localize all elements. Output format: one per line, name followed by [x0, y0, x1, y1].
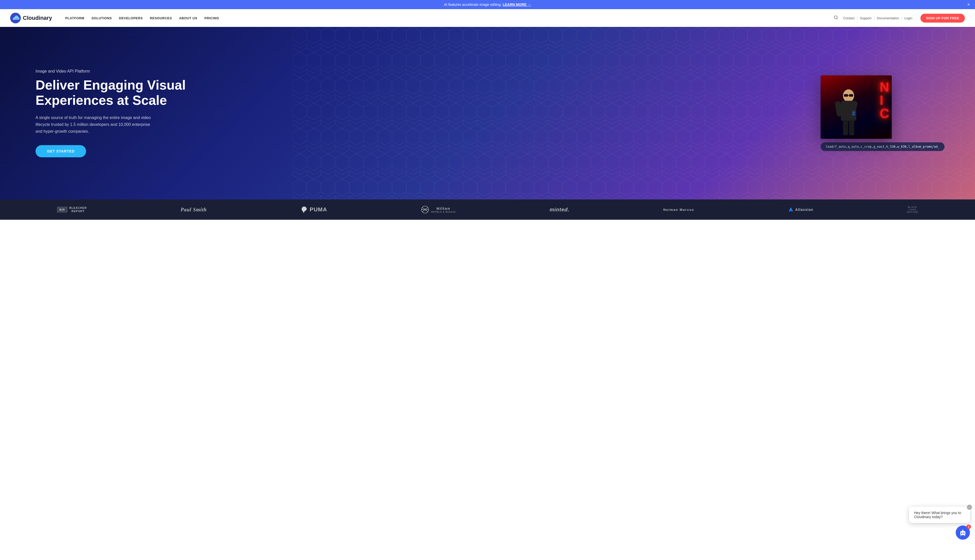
announcement-bar: AI features accelerate image editing. LE… — [0, 0, 975, 9]
announcement-text: AI features accelerate image editing. — [444, 3, 501, 7]
svg-line-2 — [836, 18, 837, 19]
svg-rect-13 — [849, 120, 854, 135]
nav-item-developers[interactable]: DEVELOPERS — [116, 16, 146, 20]
navbar-nav: PLATFORM SOLUTIONS DEVELOPERS RESOURCES … — [62, 16, 833, 20]
logo-blm: BLACKLIVESMATTER — [907, 206, 918, 213]
nav-link-platform[interactable]: PLATFORM — [62, 14, 87, 22]
svg-point-1 — [834, 16, 837, 19]
hero-title: Deliver Engaging Visual Experiences at S… — [35, 78, 188, 108]
neiman-marcus-text: Neiman Marcus — [663, 208, 694, 212]
nav-link-support[interactable]: Support — [857, 16, 875, 20]
person-illustration — [828, 83, 869, 139]
cloudinary-logo-icon — [10, 13, 21, 23]
hilton-brand: Hilton — [431, 206, 456, 211]
puma-icon — [301, 206, 308, 213]
logo-link[interactable]: Cloudinary — [10, 13, 52, 23]
svg-rect-9 — [844, 94, 848, 97]
logo-neiman-marcus: Neiman Marcus — [663, 208, 694, 212]
hero-visual: NIC load/f_auto,q_auto,c_crop,g_eas — [821, 75, 945, 151]
svg-rect-8 — [852, 111, 855, 116]
bleacher-report-text: BLEACHERREPORT — [69, 206, 87, 213]
hilton-sub: HOTELS & Resorts — [431, 211, 456, 213]
nav-link-pricing[interactable]: PRICING — [201, 14, 222, 22]
hilton-text: Hilton HOTELS & Resorts — [431, 206, 456, 213]
nav-link-resources[interactable]: RESOURCES — [147, 14, 175, 22]
hero-description: A single source of truth for managing th… — [35, 114, 157, 135]
nav-item-resources[interactable]: RESOURCES — [147, 16, 175, 20]
navbar-right: Contact Support Documentation Login SIGN… — [833, 14, 965, 23]
navbar-utility-links: Contact Support Documentation Login — [841, 16, 915, 20]
announcement-cta[interactable]: LEARN MORE → — [503, 3, 531, 7]
logo-bleacher-report: B|R BLEACHERREPORT — [57, 206, 87, 213]
search-icon — [833, 15, 838, 20]
url-display: load/f_auto,q_auto,c_crop,g_east,h_530,w… — [821, 142, 945, 151]
hero-content: Image and Video API Platform Deliver Eng… — [35, 69, 188, 157]
search-button[interactable] — [833, 15, 838, 21]
nav-link-documentation[interactable]: Documentation — [874, 16, 902, 20]
logo-text: Cloudinary — [23, 15, 52, 21]
nav-item-about-us[interactable]: ABOUT US — [176, 16, 200, 20]
atlassian-text: Atlassian — [795, 208, 813, 212]
logo-puma: PUMA — [301, 206, 327, 213]
blm-text: BLACKLIVESMATTER — [907, 206, 918, 213]
atlassian-icon — [788, 207, 794, 212]
nav-link-contact[interactable]: Contact — [841, 16, 857, 20]
nav-link-about-us[interactable]: ABOUT US — [176, 14, 200, 22]
announcement-close-button[interactable]: × — [967, 2, 970, 7]
hero-subtitle: Image and Video API Platform — [35, 69, 188, 73]
bleacher-report-box: B|R — [57, 207, 67, 212]
logo-minted: minted. — [550, 207, 569, 213]
logo-hilton: Hilton HOTELS & Resorts — [421, 205, 456, 213]
minted-text: minted. — [550, 207, 569, 213]
logo-paul-smith: Paul Smith — [180, 207, 207, 213]
hero-section: Image and Video API Platform Deliver Eng… — [0, 27, 975, 200]
nav-link-solutions[interactable]: SOLUTIONS — [88, 14, 115, 22]
neon-sign-decoration: NIC — [880, 80, 890, 120]
logo-atlassian: Atlassian — [788, 207, 813, 212]
logos-bar: B|R BLEACHERREPORT Paul Smith PUMA Hilto… — [0, 200, 975, 220]
nav-link-developers[interactable]: DEVELOPERS — [116, 14, 146, 22]
svg-rect-10 — [849, 94, 853, 97]
hilton-icon — [421, 205, 429, 213]
navbar: Cloudinary PLATFORM SOLUTIONS DEVELOPERS… — [0, 9, 975, 27]
get-started-button[interactable]: GET STARTED — [35, 145, 86, 157]
signup-button[interactable]: SIGN UP FOR FREE — [920, 14, 965, 23]
hero-demo-image: NIC — [821, 75, 892, 139]
nav-item-pricing[interactable]: PRICING — [201, 16, 222, 20]
nav-item-platform[interactable]: PLATFORM — [62, 16, 87, 20]
puma-text: PUMA — [310, 206, 327, 213]
nav-link-login[interactable]: Login — [902, 16, 915, 20]
svg-rect-12 — [843, 120, 848, 135]
paul-smith-text: Paul Smith — [180, 207, 207, 213]
nav-item-solutions[interactable]: SOLUTIONS — [88, 16, 115, 20]
